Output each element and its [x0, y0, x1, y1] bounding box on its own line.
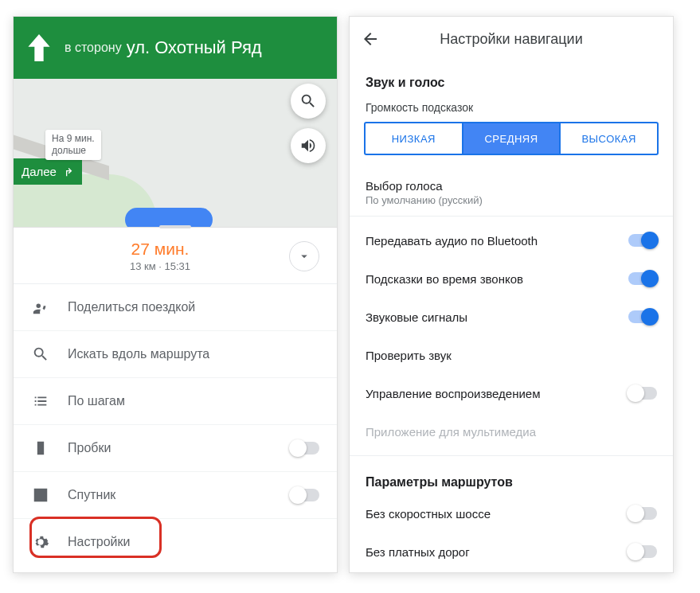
- satellite-icon: [31, 486, 50, 504]
- back-icon[interactable]: [361, 29, 380, 49]
- pref-media-app: Приложение для мультимедиа: [350, 412, 673, 451]
- pref-media-app-label: Приложение для мультимедиа: [366, 425, 657, 439]
- menu-share-trip[interactable]: Поделиться поездкой: [14, 284, 337, 330]
- appbar: Настройки навигации: [350, 17, 673, 61]
- next-label: Далее: [22, 165, 57, 178]
- pref-check-sound-label: Проверить звук: [366, 349, 657, 362]
- map-area[interactable]: Далее На 9 мин. дольше: [14, 79, 337, 227]
- menu-satellite-label: Спутник: [68, 488, 273, 502]
- during-calls-toggle[interactable]: [628, 272, 657, 285]
- pref-sound-signals-label: Звуковые сигналы: [366, 310, 628, 324]
- eta-summary[interactable]: 27 мин. 13 км15:31: [14, 228, 337, 284]
- menu-steps-label: По шагам: [68, 394, 319, 408]
- playback-toggle[interactable]: [628, 387, 657, 400]
- share-location-icon: [31, 298, 50, 316]
- pref-playback[interactable]: Управление воспроизведением: [350, 374, 673, 412]
- pref-playback-label: Управление воспроизведением: [366, 387, 628, 400]
- pref-voice[interactable]: Выбор голоса По умолчанию (русский): [350, 170, 673, 211]
- menu-search-along[interactable]: Искать вдоль маршрута: [14, 330, 337, 377]
- volume-low[interactable]: НИЗКАЯ: [366, 123, 462, 154]
- volume-header: Громкость подсказок: [350, 95, 673, 122]
- appbar-title: Настройки навигации: [396, 31, 627, 48]
- menu-satellite[interactable]: Спутник: [14, 471, 337, 518]
- avoid-highways-toggle[interactable]: [628, 507, 657, 520]
- pref-avoid-tolls[interactable]: Без платных дорог: [350, 533, 673, 571]
- divider: [350, 455, 673, 456]
- pref-check-sound[interactable]: Проверить звук: [350, 336, 673, 374]
- pref-bluetooth-label: Передавать аудио по Bluetooth: [366, 234, 628, 248]
- search-icon: [299, 92, 317, 110]
- volume-medium[interactable]: СРЕДНЯЯ: [462, 123, 560, 154]
- bluetooth-toggle[interactable]: [628, 234, 657, 247]
- divider: [350, 216, 673, 217]
- search-icon: [31, 345, 50, 363]
- pref-during-calls[interactable]: Подсказки во время звонков: [350, 259, 673, 298]
- avoid-tolls-toggle[interactable]: [628, 545, 657, 558]
- direction-street: ул. Охотный Ряд: [127, 37, 262, 58]
- list-icon: [31, 392, 50, 410]
- volume-high[interactable]: ВЫСОКАЯ: [559, 123, 657, 154]
- bottom-sheet: 27 мин. 13 км15:31 Поделиться поездкой И…: [14, 227, 337, 572]
- arrow-up-icon: [28, 34, 50, 61]
- eta-arrival: 15:31: [165, 260, 191, 272]
- turn-right-icon: [61, 166, 74, 178]
- chevron-down-icon: [297, 249, 311, 263]
- pref-avoid-tolls-label: Без платных дорог: [366, 545, 628, 559]
- pref-avoid-highways[interactable]: Без скоростных шоссе: [350, 494, 673, 533]
- map-sound-button[interactable]: [291, 128, 326, 163]
- collapse-button[interactable]: [289, 241, 319, 271]
- menu-list: Поделиться поездкой Искать вдоль маршрут…: [14, 284, 337, 565]
- section-route: Параметры маршрутов: [350, 461, 673, 494]
- traffic-icon: [31, 439, 50, 457]
- eta-time: 27 мин.: [31, 240, 289, 259]
- pref-sound-signals[interactable]: Звуковые сигналы: [350, 298, 673, 336]
- menu-share-label: Поделиться поездкой: [68, 300, 319, 314]
- menu-settings[interactable]: Настройки: [14, 518, 337, 565]
- traffic-toggle[interactable]: [291, 442, 319, 455]
- eta-distance: 13 км: [130, 260, 156, 272]
- alternative-route-info[interactable]: На 9 мин. дольше: [45, 130, 101, 160]
- menu-steps[interactable]: По шагам: [14, 377, 337, 424]
- menu-search-along-label: Искать вдоль маршрута: [68, 347, 319, 361]
- phone-settings: Настройки навигации Звук и голос Громкос…: [349, 16, 674, 573]
- pref-during-calls-label: Подсказки во время звонков: [366, 272, 628, 286]
- eta-sub: 13 км15:31: [31, 260, 289, 272]
- phone-navigation: в сторону ул. Охотный Ряд Далее На 9 мин…: [13, 16, 338, 573]
- voice-sub: По умолчанию (русский): [366, 194, 657, 206]
- sound-signals-toggle[interactable]: [628, 310, 657, 323]
- volume-segmented: НИЗКАЯ СРЕДНЯЯ ВЫСОКАЯ: [364, 122, 659, 155]
- voice-title: Выбор голоса: [366, 179, 657, 193]
- menu-settings-label: Настройки: [68, 535, 319, 549]
- section-sound: Звук и голос: [350, 61, 673, 95]
- pref-avoid-highways-label: Без скоростных шоссе: [366, 507, 628, 521]
- satellite-toggle[interactable]: [291, 489, 319, 501]
- volume-icon: [299, 137, 317, 154]
- gear-icon: [31, 533, 50, 551]
- menu-traffic[interactable]: Пробки: [14, 424, 337, 471]
- pref-bluetooth[interactable]: Передавать аудио по Bluetooth: [350, 221, 673, 259]
- menu-traffic-label: Пробки: [68, 441, 273, 455]
- direction-prefix: в сторону: [65, 41, 122, 55]
- navigation-header[interactable]: в сторону ул. Охотный Ряд: [14, 17, 337, 79]
- next-step-chip[interactable]: Далее: [14, 158, 82, 185]
- map-search-button[interactable]: [291, 84, 326, 119]
